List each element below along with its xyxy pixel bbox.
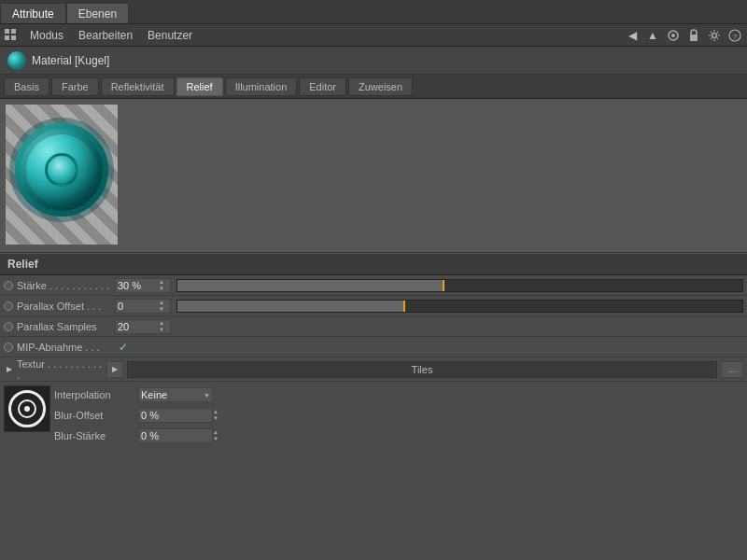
prop-dot-staerke[interactable] [4,281,13,290]
tex-label-blur-staerke: Blur-Stärke [54,430,138,441]
tex-arrows-blur-offset[interactable]: ▲ ▼ [213,409,218,422]
tex-dropdown-interpolation[interactable]: Keine ▼ [138,387,213,402]
prop-slider-parallax-offset[interactable] [176,300,743,313]
prop-check-mip-abnahme[interactable]: ✓ [119,341,128,354]
target-icon [8,390,46,427]
tex-prop-blur-offset: Blur-Offset 0 % ▲ ▼ [54,406,743,425]
properties-area: Stärke . . . . . . . . . . . 30 % ▲ ▼ Pa… [0,275,747,357]
prop-value-staerke: 30 % [118,280,159,291]
prop-down-parallax-offset[interactable]: ▼ [159,306,168,313]
material-header: Material [Kugel] [0,47,747,75]
circle-icon[interactable] [665,27,682,44]
texture-properties: Interpolation Keine ▼ Blur-Offset 0 % ▲ … [54,385,743,447]
prop-slider-marker-staerke [443,280,444,291]
tab-editor[interactable]: Editor [299,77,346,96]
tex-up-blur-staerke[interactable]: ▲ [213,429,218,436]
prop-down-staerke[interactable]: ▼ [159,286,168,292]
tex-prop-interpolation: Interpolation Keine ▼ [54,385,743,404]
svg-point-7 [712,33,717,37]
tex-down-blur-offset[interactable]: ▼ [213,415,218,422]
sub-tab-bar: Basis Farbe Reflektivität Relief Illumin… [0,75,747,99]
tex-arrows-blur-staerke[interactable]: ▲ ▼ [213,429,218,442]
textur-label: Textur . . . . . . . . . . . [17,358,106,381]
prop-slider-marker-parallax-offset [403,301,405,312]
prop-mip-abnahme: MIP-Abnahme . . . ✓ [0,337,747,357]
prop-up-staerke[interactable]: ▲ [159,279,168,286]
material-preview-icon [7,51,26,70]
prop-label-mip-abnahme: MIP-Abnahme . . . [17,342,115,353]
material-title: Material [Kugel] [32,54,109,67]
menu-right-icons: ◀ ▲ ? [624,27,743,44]
menu-bearbeiten[interactable]: Bearbeiten [71,27,140,44]
tab-relief[interactable]: Relief [176,77,223,96]
dropdown-arrow-interpolation: ▼ [204,392,210,399]
menu-benutzer[interactable]: Benutzer [140,27,200,44]
tex-up-blur-offset[interactable]: ▲ [213,409,218,415]
prop-arrows-staerke[interactable]: ▲ ▼ [159,279,168,292]
prop-slider-fill-staerke [177,280,443,291]
prop-slider-fill-parallax-offset [177,301,403,312]
target-dot [24,406,30,412]
svg-rect-0 [5,29,9,34]
menu-modus[interactable]: Modus [22,27,71,44]
prop-slider-staerke[interactable] [176,279,743,292]
tab-attribute[interactable]: Attribute [0,3,66,23]
tab-illumination[interactable]: Illumination [225,77,298,96]
prop-value-box-parallax-samples[interactable]: 20 ▲ ▼ [115,319,171,334]
prop-arrows-parallax-offset[interactable]: ▲ ▼ [159,300,168,313]
tab-farbe[interactable]: Farbe [51,77,99,96]
menu-bar: Modus Bearbeiten Benutzer ◀ ▲ [0,24,747,47]
lock-icon[interactable] [685,27,702,44]
prop-parallax-samples: Parallax Samples 20 ▲ ▼ [0,316,747,337]
tex-label-blur-offset: Blur-Offset [54,410,138,421]
svg-text:?: ? [733,33,738,41]
textur-tiles-display: Tiles [127,361,717,378]
svg-rect-2 [5,35,9,40]
tab-ebenen[interactable]: Ebenen [66,3,129,23]
grid-icon[interactable] [4,28,19,43]
textur-row: ▶ Textur . . . . . . . . . . . ▶ Tiles .… [0,357,747,382]
prop-value-box-staerke[interactable]: 30 % ▲ ▼ [115,278,171,293]
textur-play-button[interactable]: ▶ [106,361,123,378]
prop-label-parallax-offset: Parallax Offset . . . [17,301,115,312]
tab-basis[interactable]: Basis [4,77,49,96]
prop-value-parallax-offset: 0 [118,301,159,312]
prop-label-staerke: Stärke . . . . . . . . . . . [17,280,115,291]
tex-value-blur-staerke[interactable]: 0 % [138,428,213,443]
tex-label-interpolation: Interpolation [54,389,138,400]
tex-prop-blur-staerke: Blur-Stärke 0 % ▲ ▼ [54,427,743,445]
prop-staerke: Stärke . . . . . . . . . . . 30 % ▲ ▼ [0,275,747,296]
svg-rect-3 [11,35,16,40]
prop-down-parallax-samples[interactable]: ▼ [159,327,168,333]
textur-more-button[interactable]: ... [721,361,743,378]
tex-value-blur-offset[interactable]: 0 % [138,408,213,423]
prop-arrows-parallax-samples[interactable]: ▲ ▼ [159,320,168,333]
svg-rect-6 [690,35,698,41]
arrow-up-icon[interactable]: ▲ [644,27,661,44]
prop-label-parallax-samples: Parallax Samples [17,321,115,332]
prop-up-parallax-samples[interactable]: ▲ [159,320,168,327]
help-icon[interactable]: ? [726,27,743,44]
svg-rect-1 [11,29,16,34]
tab-zuweisen[interactable]: Zuweisen [348,77,413,96]
prop-parallax-offset: Parallax Offset . . . 0 ▲ ▼ [0,296,747,316]
texture-sub-panel: Interpolation Keine ▼ Blur-Offset 0 % ▲ … [0,382,747,451]
section-header-relief: Relief [0,253,747,275]
prop-dot-mip-abnahme[interactable] [4,343,13,352]
prop-dot-parallax-samples[interactable] [4,322,13,331]
prop-value-parallax-samples: 20 [118,321,159,332]
texture-preview-icon [4,385,50,432]
prop-dot-parallax-offset[interactable] [4,301,13,311]
prop-up-parallax-offset[interactable]: ▲ [159,300,168,306]
preview-thumbnail [6,105,118,245]
textur-expand-arrow[interactable]: ▶ [4,364,15,375]
preview-area [0,99,747,253]
sphere-center [45,153,78,187]
tex-down-blur-staerke[interactable]: ▼ [213,436,218,442]
prop-value-box-parallax-offset[interactable]: 0 ▲ ▼ [115,299,171,314]
tab-reflektivitaet[interactable]: Reflektivität [101,77,175,96]
arrow-left-icon[interactable]: ◀ [624,27,641,44]
settings-icon[interactable] [706,27,723,44]
target-inner [18,399,36,418]
top-tab-bar: Attribute Ebenen [0,0,747,24]
